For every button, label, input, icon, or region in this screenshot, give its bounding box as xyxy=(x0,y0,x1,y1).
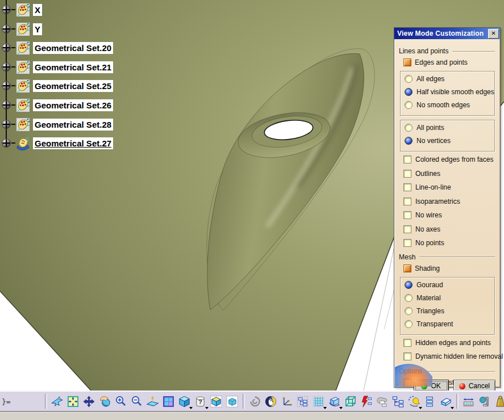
expand-plus-icon[interactable] xyxy=(1,138,11,148)
radio-control[interactable] xyxy=(405,137,413,145)
edges-and-points-toggle[interactable]: Edges and points xyxy=(403,58,496,66)
checkbox-colored-edges-from-faces[interactable]: Colored edges from faces xyxy=(403,156,496,163)
tree-item-geometrical-set-21[interactable]: Geometrical Set.21 xyxy=(1,59,113,75)
checkbox-control[interactable] xyxy=(403,183,411,191)
update-button[interactable] xyxy=(359,394,374,409)
measure-inertia-button[interactable] xyxy=(493,394,504,409)
dropdown-caret-icon[interactable] xyxy=(339,407,343,409)
checkbox-line-on-line[interactable]: Line-on-line xyxy=(403,183,496,191)
tree-item-geometrical-set-28[interactable]: Geometrical Set.28 xyxy=(1,116,113,132)
checkbox-control[interactable] xyxy=(403,170,411,178)
checkbox-dynamic-hidden-line-removal[interactable]: Dynamic hidden line removal xyxy=(403,352,496,360)
geometrical-set-icon[interactable] xyxy=(16,41,30,55)
geometrical-set-icon[interactable] xyxy=(16,136,30,150)
checkbox-no-points[interactable]: No points xyxy=(403,239,496,247)
shading-toggle[interactable]: Shading xyxy=(403,264,496,272)
axis-system-button[interactable] xyxy=(280,394,294,409)
grid-button[interactable] xyxy=(311,394,326,409)
powercopy-button[interactable] xyxy=(375,394,390,409)
rotate-button[interactable] xyxy=(98,394,113,409)
checkbox-control[interactable] xyxy=(403,156,411,163)
tree-item-label[interactable]: X xyxy=(33,4,42,16)
tree-item-geometrical-set-26[interactable]: Geometrical Set.26 xyxy=(1,97,113,113)
geometrical-set-icon[interactable] xyxy=(16,3,30,17)
fly-mode-button[interactable] xyxy=(50,394,65,409)
dropdown-caret-icon[interactable] xyxy=(205,407,209,409)
scene-box-button[interactable] xyxy=(327,394,342,409)
checkbox-control[interactable] xyxy=(403,198,411,205)
normal-view-button[interactable] xyxy=(145,394,160,409)
hollow-cube-button[interactable] xyxy=(343,394,358,409)
radio-control[interactable] xyxy=(405,75,413,83)
fit-all-in-button[interactable] xyxy=(66,394,81,409)
checkbox-hidden-edges-and-points[interactable]: Hidden edges and points xyxy=(403,339,496,347)
dialog-titlebar[interactable]: View Mode Customization ✕ xyxy=(394,28,500,39)
radio-no-vertices[interactable]: No vertices xyxy=(405,137,491,145)
radio-control[interactable] xyxy=(405,320,413,328)
shading-button[interactable] xyxy=(225,394,240,409)
expand-plus-icon[interactable] xyxy=(1,100,11,110)
radio-half-visible-smooth-edges[interactable]: Half visible smooth edges xyxy=(405,88,491,96)
checkbox-no-axes[interactable]: No axes xyxy=(403,225,496,233)
expand-plus-icon[interactable] xyxy=(1,24,11,34)
tree-item-label[interactable]: Geometrical Set.27 xyxy=(33,137,113,149)
checkbox-control[interactable] xyxy=(403,239,411,247)
radio-all-points[interactable]: All points xyxy=(405,124,491,132)
tree-item-label[interactable]: Geometrical Set.25 xyxy=(33,80,113,92)
dropdown-caret-icon[interactable] xyxy=(451,407,454,409)
radio-control[interactable] xyxy=(405,101,413,109)
pan-button[interactable] xyxy=(82,394,97,409)
refresh-swirl-button[interactable] xyxy=(248,394,263,409)
extract-button[interactable] xyxy=(407,394,422,409)
radio-control[interactable] xyxy=(405,294,413,302)
tree-item-label[interactable]: Y xyxy=(33,23,42,35)
zoom-out-button[interactable] xyxy=(130,394,144,409)
checkbox-control[interactable] xyxy=(403,352,411,360)
zoom-in-button[interactable] xyxy=(114,394,128,409)
radio-no-smooth-edges[interactable]: No smooth edges xyxy=(405,101,491,109)
turntable-button[interactable] xyxy=(264,394,278,409)
radio-transparent[interactable]: Transparent xyxy=(405,320,491,328)
tree-item-label[interactable]: Geometrical Set.21 xyxy=(33,61,113,73)
checkbox-control[interactable] xyxy=(403,211,411,219)
checkbox-no-wires[interactable]: No wires xyxy=(403,211,496,219)
expand-plus-icon[interactable] xyxy=(1,62,11,72)
radio-all-edges[interactable]: All edges xyxy=(405,75,491,83)
stacked-list-button[interactable] xyxy=(423,394,438,409)
tree-item-geometrical-set-27[interactable]: Geometrical Set.27 xyxy=(1,135,113,151)
dropdown-caret-icon[interactable] xyxy=(323,407,327,409)
checkbox-outlines[interactable]: Outlines xyxy=(403,170,496,178)
tree-item-label[interactable]: Geometrical Set.20 xyxy=(33,42,113,54)
tree-item-geometrical-set-20[interactable]: Geometrical Set.20 xyxy=(1,40,113,56)
radio-control[interactable] xyxy=(405,281,413,289)
radio-control[interactable] xyxy=(405,88,413,96)
checkbox-control[interactable] xyxy=(403,339,411,347)
tree-item-geometrical-set-25[interactable]: Geometrical Set.25 xyxy=(1,78,113,94)
measure-between-button[interactable] xyxy=(461,394,476,409)
multi-view-button[interactable] xyxy=(161,394,176,409)
expand-plus-icon[interactable] xyxy=(1,119,11,129)
radio-control[interactable] xyxy=(405,124,413,132)
change-body-button[interactable] xyxy=(391,394,406,409)
tree-item-label[interactable]: Geometrical Set.28 xyxy=(33,119,113,131)
expand-plus-icon[interactable] xyxy=(1,43,11,53)
checkbox-control[interactable] xyxy=(403,225,411,233)
named-views-button[interactable] xyxy=(193,394,208,409)
close-icon[interactable]: ✕ xyxy=(488,29,499,39)
tree-item-x[interactable]: X xyxy=(1,2,42,18)
eraser-button[interactable] xyxy=(439,394,453,409)
geometrical-set-icon[interactable] xyxy=(16,60,30,74)
expand-plus-icon[interactable] xyxy=(1,5,11,15)
geometrical-set-icon[interactable] xyxy=(16,79,30,93)
tree-item-y[interactable]: Y xyxy=(1,21,42,37)
geometrical-set-icon[interactable] xyxy=(16,22,30,36)
specification-tree-button[interactable] xyxy=(295,394,310,409)
radio-control[interactable] xyxy=(405,307,413,315)
dropdown-caret-icon[interactable] xyxy=(419,407,422,409)
tree-item-label[interactable]: Geometrical Set.26 xyxy=(33,99,113,111)
radio-gouraud[interactable]: Gouraud xyxy=(405,281,491,289)
expand-plus-icon[interactable] xyxy=(1,81,11,91)
geometrical-set-icon[interactable] xyxy=(16,98,30,112)
radio-material[interactable]: Material xyxy=(405,294,491,302)
measure-item-button[interactable] xyxy=(477,394,492,409)
